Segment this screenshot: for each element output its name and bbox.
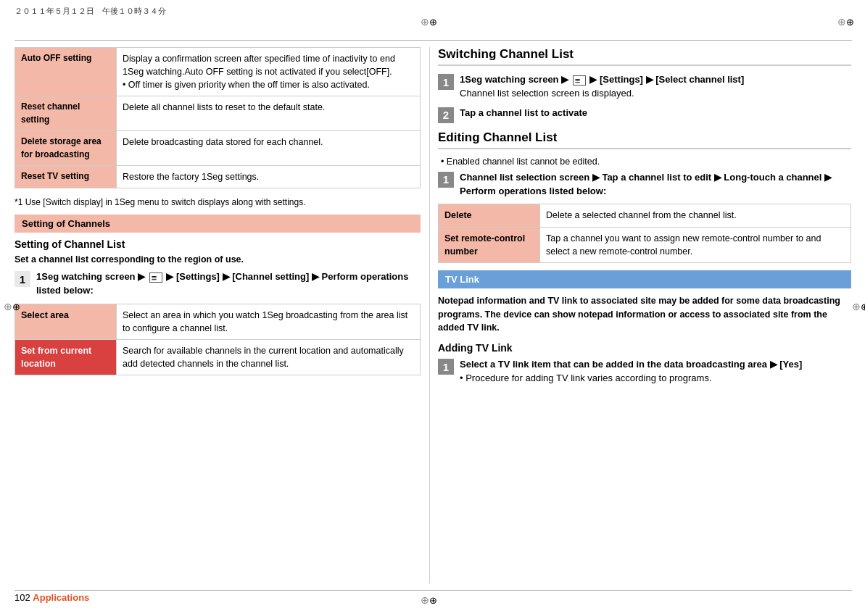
vertical-divider [429, 47, 430, 583]
row-content-delete-storage: Delete broadcasting data stored for each… [117, 131, 421, 166]
op-row-delete: Delete Delete a selected channel from th… [439, 204, 851, 227]
row-content-reset-channel: Delete all channel lists to reset to the… [117, 96, 421, 131]
tv-link-desc: Notepad information and TV link to assoc… [438, 294, 851, 335]
step1-block: 1 1Seg watching screen ▶ ▶ [Settings] ▶ … [15, 270, 421, 298]
right-column: Switching Channel List 1 1Seg watching s… [438, 47, 851, 391]
op-label-remote-number: Set remote-control number [439, 227, 540, 262]
adding-step1-number: 1 [438, 359, 454, 375]
adding-tv-link-title: Adding TV Link [438, 342, 851, 354]
page-container: ２０１１年５月１２日 午後１０時３４分 ⊕ ⊕ Auto OFF setting… [0, 0, 865, 616]
page-footer: 102 Applications [15, 592, 89, 603]
header-date: ２０１１年５月１２日 午後１０時３４分 [15, 6, 166, 17]
step1-number: 1 [15, 271, 30, 287]
right-step2-content: Tap a channel list to activate [460, 107, 851, 120]
op-table-channel: Select area Select an area in which you … [15, 304, 421, 376]
table-row: Reset TV setting Restore the factory 1Se… [15, 165, 421, 188]
editing-step1-number: 1 [438, 172, 454, 188]
page-number: 102 [15, 592, 30, 603]
op-content-delete: Delete a selected channel from the chann… [540, 204, 851, 227]
op-content-select-area: Select an area in which you watch 1Seg b… [117, 304, 421, 339]
row-label-auto-off: Auto OFF setting [15, 48, 117, 96]
right-step2-number: 2 [438, 107, 454, 123]
right-step1-content: 1Seg watching screen ▶ ▶ [Settings] ▶ [S… [460, 73, 851, 101]
op-row-remote-number: Set remote-control number Tap a channel … [439, 227, 851, 262]
subsection-title: Setting of Channel List [15, 238, 421, 250]
crosshair-topright: ⊕ [837, 16, 848, 26]
footnote: *1 Use [Switch display] in 1Seg menu to … [15, 197, 421, 207]
editing-step1-text: Channel list selection screen ▶ Tap a ch… [460, 172, 832, 196]
tv-link-bar: TV Link [438, 270, 851, 288]
adding-step1-text: Select a TV link item that can be added … [460, 359, 802, 370]
op-table-edit: Delete Delete a selected channel from th… [438, 204, 851, 262]
editing-section-title: Editing Channel List [438, 130, 851, 149]
switching-section-title: Switching Channel List [438, 47, 851, 66]
adding-step1-bullet: • Procedure for adding TV link varies ac… [460, 372, 712, 383]
adding-step1-content: Select a TV link item that can be added … [460, 358, 851, 386]
op-label-select-area: Select area [15, 304, 117, 339]
op-label-delete: Delete [439, 204, 540, 227]
menu-icon [149, 272, 162, 283]
settings-table: Auto OFF setting Display a confirmation … [15, 47, 421, 188]
table-row: Delete storage area for broadcasting Del… [15, 131, 421, 166]
right-step1-block: 1 1Seg watching screen ▶ ▶ [Settings] ▶ … [438, 73, 851, 101]
op-row-select-area: Select area Select an area in which you … [15, 304, 421, 339]
op-content-set-location: Search for available channels in the cur… [117, 340, 421, 375]
menu-icon-right1 [573, 75, 586, 86]
right-step2-text: Tap a channel list to activate [460, 107, 587, 118]
row-label-reset-channel: Reset channel setting [15, 96, 117, 131]
bold-instruction: Set a channel list corresponding to the … [15, 254, 421, 265]
adding-step1-block: 1 Select a TV link item that can be adde… [438, 358, 851, 386]
right-step1-text: 1Seg watching screen ▶ ▶ [Settings] ▶ [S… [460, 74, 744, 85]
right-step1-sub: Channel list selection screen is display… [460, 88, 634, 99]
crosshair-right: ⊕ [852, 301, 862, 311]
section-bar-channels: Setting of Channels [15, 215, 421, 233]
bottom-line [15, 590, 852, 591]
op-label-set-location: Set from current location [15, 340, 117, 375]
step1-text1: 1Seg watching screen ▶ ▶ [Settings] ▶ [C… [36, 271, 408, 296]
crosshair-bottom: ⊕ [421, 594, 431, 604]
row-content-auto-off: Display a confirmation screen after spec… [117, 48, 421, 96]
row-content-reset-tv: Restore the factory 1Seg settings. [117, 165, 421, 188]
op-content-remote-number: Tap a channel you want to assign new rem… [540, 227, 851, 262]
step1-content: 1Seg watching screen ▶ ▶ [Settings] ▶ [C… [36, 270, 421, 298]
crosshair-top: ⊕ [421, 16, 431, 26]
crosshair-left: ⊕ [4, 301, 14, 311]
editing-step1-block: 1 Channel list selection screen ▶ Tap a … [438, 171, 851, 199]
top-line [15, 40, 852, 41]
table-row: Reset channel setting Delete all channel… [15, 96, 421, 131]
right-step2-block: 2 Tap a channel list to activate [438, 107, 851, 123]
app-label: Applications [33, 592, 89, 603]
op-row-set-location: Set from current location Search for ava… [15, 340, 421, 375]
editing-step1-content: Channel list selection screen ▶ Tap a ch… [460, 171, 851, 199]
table-row: Auto OFF setting Display a confirmation … [15, 48, 421, 96]
left-column: Auto OFF setting Display a confirmation … [15, 47, 421, 381]
right-step1-number: 1 [438, 74, 454, 90]
row-label-delete-storage: Delete storage area for broadcasting [15, 131, 117, 166]
editing-bullet: • Enabled channel list cannot be edited. [441, 157, 851, 167]
row-label-reset-tv: Reset TV setting [15, 165, 117, 188]
